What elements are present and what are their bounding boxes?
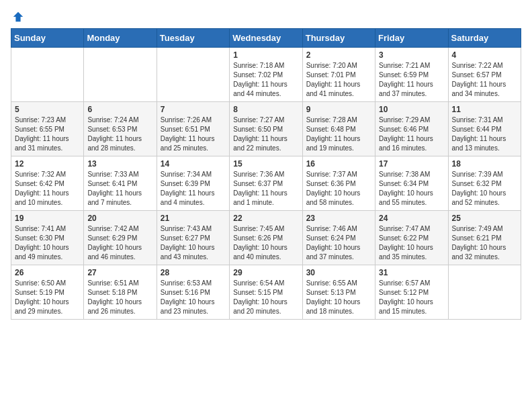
day-info: Sunrise: 7:41 AMSunset: 6:30 PMDaylight:… [15, 224, 80, 262]
calendar-cell: 8Sunrise: 7:27 AMSunset: 6:50 PMDaylight… [230, 102, 302, 156]
calendar-cell: 13Sunrise: 7:33 AMSunset: 6:41 PMDayligh… [84, 156, 157, 211]
day-number: 23 [306, 214, 371, 223]
day-info: Sunrise: 6:53 AMSunset: 5:16 PMDaylight:… [161, 279, 226, 316]
calendar-cell: 19Sunrise: 7:41 AMSunset: 6:30 PMDayligh… [11, 211, 84, 265]
calendar-cell: 17Sunrise: 7:38 AMSunset: 6:34 PMDayligh… [375, 156, 448, 211]
day-number: 8 [233, 105, 298, 114]
calendar-cell: 16Sunrise: 7:37 AMSunset: 6:36 PMDayligh… [302, 156, 375, 211]
day-number: 9 [306, 105, 371, 114]
calendar-cell: 21Sunrise: 7:43 AMSunset: 6:27 PMDayligh… [157, 211, 229, 265]
calendar-cell: 11Sunrise: 7:31 AMSunset: 6:44 PMDayligh… [448, 102, 521, 156]
day-number: 13 [87, 159, 152, 169]
day-number: 3 [379, 50, 444, 60]
calendar-week-row: 5Sunrise: 7:23 AMSunset: 6:55 PMDaylight… [11, 102, 521, 156]
day-number: 26 [15, 268, 80, 277]
page: SundayMondayTuesdayWednesdayThursdayFrid… [0, 0, 532, 330]
day-number: 1 [233, 50, 298, 60]
day-number: 17 [379, 159, 444, 169]
day-info: Sunrise: 7:26 AMSunset: 6:51 PMDaylight:… [161, 116, 226, 153]
day-info: Sunrise: 7:18 AMSunset: 7:02 PMDaylight:… [233, 61, 298, 99]
calendar-day-header: Tuesday [157, 29, 229, 48]
calendar-cell: 7Sunrise: 7:26 AMSunset: 6:51 PMDaylight… [157, 102, 229, 156]
day-info: Sunrise: 7:20 AMSunset: 7:01 PMDaylight:… [306, 61, 371, 99]
day-number: 25 [452, 214, 517, 223]
day-info: Sunrise: 7:45 AMSunset: 6:26 PMDaylight:… [233, 224, 298, 262]
day-number: 22 [233, 214, 298, 223]
calendar-day-header: Monday [84, 29, 157, 48]
day-number: 11 [452, 105, 517, 114]
day-info: Sunrise: 7:37 AMSunset: 6:36 PMDaylight:… [306, 170, 371, 208]
day-number: 15 [233, 159, 298, 169]
calendar-cell: 1Sunrise: 7:18 AMSunset: 7:02 PMDaylight… [230, 48, 302, 102]
calendar-cell: 26Sunrise: 6:50 AMSunset: 5:19 PMDayligh… [11, 265, 84, 320]
day-info: Sunrise: 7:38 AMSunset: 6:34 PMDaylight:… [379, 170, 444, 208]
day-info: Sunrise: 6:57 AMSunset: 5:12 PMDaylight:… [379, 279, 444, 316]
calendar-cell: 2Sunrise: 7:20 AMSunset: 7:01 PMDaylight… [302, 48, 375, 102]
day-info: Sunrise: 7:21 AMSunset: 6:59 PMDaylight:… [379, 61, 444, 99]
day-info: Sunrise: 7:39 AMSunset: 6:32 PMDaylight:… [452, 170, 517, 208]
day-info: Sunrise: 7:43 AMSunset: 6:27 PMDaylight:… [161, 224, 226, 262]
calendar-cell: 22Sunrise: 7:45 AMSunset: 6:26 PMDayligh… [230, 211, 302, 265]
day-number: 7 [161, 105, 226, 114]
day-info: Sunrise: 7:29 AMSunset: 6:46 PMDaylight:… [379, 116, 444, 153]
day-number: 14 [161, 159, 226, 169]
calendar-cell: 12Sunrise: 7:32 AMSunset: 6:42 PMDayligh… [11, 156, 84, 211]
calendar-cell [84, 48, 157, 102]
calendar-week-row: 12Sunrise: 7:32 AMSunset: 6:42 PMDayligh… [11, 156, 521, 211]
logo-text [11, 11, 24, 23]
day-info: Sunrise: 6:51 AMSunset: 5:18 PMDaylight:… [87, 279, 152, 316]
calendar-cell: 9Sunrise: 7:28 AMSunset: 6:48 PMDaylight… [302, 102, 375, 156]
day-number: 27 [87, 268, 152, 277]
calendar-day-header: Thursday [302, 29, 375, 48]
day-info: Sunrise: 7:47 AMSunset: 6:22 PMDaylight:… [379, 224, 444, 262]
day-number: 19 [15, 214, 80, 223]
day-number: 5 [15, 105, 80, 114]
day-info: Sunrise: 7:42 AMSunset: 6:29 PMDaylight:… [87, 224, 152, 262]
calendar-cell: 4Sunrise: 7:22 AMSunset: 6:57 PMDaylight… [448, 48, 521, 102]
calendar-cell: 27Sunrise: 6:51 AMSunset: 5:18 PMDayligh… [84, 265, 157, 320]
calendar-day-header: Wednesday [230, 29, 302, 48]
calendar-cell: 28Sunrise: 6:53 AMSunset: 5:16 PMDayligh… [157, 265, 229, 320]
calendar-day-header: Saturday [448, 29, 521, 48]
day-info: Sunrise: 7:34 AMSunset: 6:39 PMDaylight:… [161, 170, 226, 208]
calendar-cell: 18Sunrise: 7:39 AMSunset: 6:32 PMDayligh… [448, 156, 521, 211]
day-number: 30 [306, 268, 371, 277]
day-info: Sunrise: 7:28 AMSunset: 6:48 PMDaylight:… [306, 116, 371, 153]
calendar-cell: 15Sunrise: 7:36 AMSunset: 6:37 PMDayligh… [230, 156, 302, 211]
calendar-cell: 30Sunrise: 6:55 AMSunset: 5:13 PMDayligh… [302, 265, 375, 320]
day-number: 12 [15, 159, 80, 169]
day-info: Sunrise: 7:32 AMSunset: 6:42 PMDaylight:… [15, 170, 80, 208]
calendar-week-row: 19Sunrise: 7:41 AMSunset: 6:30 PMDayligh… [11, 211, 521, 265]
svg-marker-0 [13, 12, 23, 21]
day-number: 31 [379, 268, 444, 277]
calendar-header-row: SundayMondayTuesdayWednesdayThursdayFrid… [11, 29, 521, 48]
calendar-cell [11, 48, 84, 102]
logo [11, 11, 24, 20]
logo-icon [12, 11, 24, 23]
header [11, 11, 521, 20]
day-info: Sunrise: 6:55 AMSunset: 5:13 PMDaylight:… [306, 279, 371, 316]
calendar-cell: 31Sunrise: 6:57 AMSunset: 5:12 PMDayligh… [375, 265, 448, 320]
calendar-cell: 20Sunrise: 7:42 AMSunset: 6:29 PMDayligh… [84, 211, 157, 265]
calendar-cell: 5Sunrise: 7:23 AMSunset: 6:55 PMDaylight… [11, 102, 84, 156]
day-info: Sunrise: 7:36 AMSunset: 6:37 PMDaylight:… [233, 170, 298, 208]
calendar-cell [157, 48, 229, 102]
day-number: 24 [379, 214, 444, 223]
calendar-week-row: 1Sunrise: 7:18 AMSunset: 7:02 PMDaylight… [11, 48, 521, 102]
calendar-cell: 10Sunrise: 7:29 AMSunset: 6:46 PMDayligh… [375, 102, 448, 156]
day-number: 6 [87, 105, 152, 114]
day-info: Sunrise: 7:46 AMSunset: 6:24 PMDaylight:… [306, 224, 371, 262]
day-info: Sunrise: 6:54 AMSunset: 5:15 PMDaylight:… [233, 279, 298, 316]
calendar-day-header: Friday [375, 29, 448, 48]
day-number: 18 [452, 159, 517, 169]
day-number: 10 [379, 105, 444, 114]
day-number: 28 [161, 268, 226, 277]
day-info: Sunrise: 7:27 AMSunset: 6:50 PMDaylight:… [233, 116, 298, 153]
calendar-cell: 24Sunrise: 7:47 AMSunset: 6:22 PMDayligh… [375, 211, 448, 265]
day-info: Sunrise: 6:50 AMSunset: 5:19 PMDaylight:… [15, 279, 80, 316]
day-number: 16 [306, 159, 371, 169]
calendar-cell [448, 265, 521, 320]
day-info: Sunrise: 7:23 AMSunset: 6:55 PMDaylight:… [15, 116, 80, 153]
calendar-cell: 3Sunrise: 7:21 AMSunset: 6:59 PMDaylight… [375, 48, 448, 102]
day-info: Sunrise: 7:49 AMSunset: 6:21 PMDaylight:… [452, 224, 517, 262]
